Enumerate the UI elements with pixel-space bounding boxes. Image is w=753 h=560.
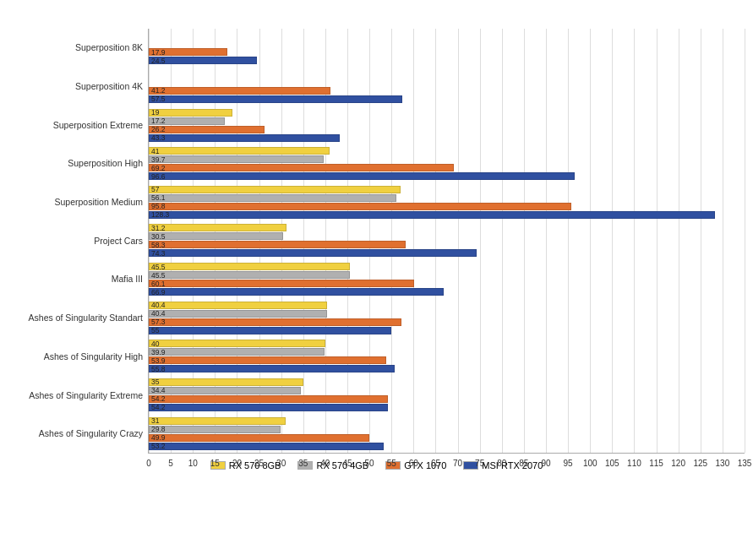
y-label: Ashes of Singularity Extreme: [8, 377, 143, 414]
bar-value-label: 95.8: [151, 202, 166, 210]
bar-row: 39.7: [149, 155, 745, 163]
bar-row: 96.6: [149, 172, 745, 180]
bar-row: [149, 31, 745, 39]
bar-value-label: 54.2: [151, 394, 166, 403]
bar-value-label: 53.9: [151, 356, 166, 365]
bar: 17.2: [149, 117, 225, 125]
bar-value-label: 24.5: [151, 57, 166, 65]
bar-group: 3129.849.953.2: [149, 415, 745, 452]
bar: 56.1: [149, 194, 396, 202]
x-tick-label: 105: [605, 459, 619, 468]
chart-body: Superposition 8KSuperposition 4KSuperpos…: [8, 29, 745, 454]
bar-value-label: 41: [151, 147, 159, 155]
y-label: Superposition High: [8, 145, 143, 182]
bar-value-label: 40.4: [151, 301, 166, 309]
bar-row: 39.9: [149, 348, 745, 356]
bar-row: 58.3: [149, 241, 745, 248]
x-tick-label: 115: [649, 459, 663, 468]
legend-label: MSI RTX 2070: [482, 460, 543, 470]
legend-item: RX 570 4GB: [297, 460, 368, 470]
bar-row: 74.3: [149, 249, 745, 257]
bar: 53.9: [149, 356, 386, 364]
bar-group: 3534.454.254.2: [149, 376, 745, 413]
bar-value-label: 39.9: [151, 348, 166, 356]
bar-value-label: 53.2: [151, 442, 166, 450]
bar: 40.4: [149, 302, 327, 309]
bar-value-label: 128.3: [151, 210, 169, 219]
bar: 40.4: [149, 310, 327, 318]
y-label: Superposition 8K: [8, 30, 143, 67]
bar-value-label: 34.4: [151, 386, 166, 394]
bar: 57: [149, 186, 401, 193]
bar-row: 40.4: [149, 310, 745, 318]
bar-row: 95.8: [149, 203, 745, 210]
bar-value-label: 30.5: [151, 232, 166, 241]
bar-value-label: 31.2: [151, 224, 166, 232]
bar-row: [149, 79, 745, 86]
bar: 96.6: [149, 172, 575, 180]
bar-row: [149, 40, 745, 47]
bar-row: 53.2: [149, 443, 745, 450]
x-tick-label: 85: [519, 459, 528, 468]
bar: 24.5: [149, 57, 257, 64]
bar-groups: 17.924.541.257.51917.226.243.34139.769.2…: [149, 29, 745, 453]
bar-row: 17.2: [149, 117, 745, 125]
bar-value-label: 31: [151, 416, 159, 425]
x-tick-label: 0: [146, 459, 151, 468]
bar-value-label: 56.1: [151, 193, 166, 202]
bar-row: 31: [149, 417, 745, 425]
bar: 17.9: [149, 48, 227, 56]
bar-value-label: 35: [151, 378, 159, 386]
bar-row: 56.1: [149, 194, 745, 202]
y-label: Ashes of Singularity Standart: [8, 300, 143, 337]
x-tick-label: 75: [475, 459, 484, 468]
bar: 45.5: [149, 263, 350, 270]
x-tick-label: 10: [188, 459, 198, 468]
bar: 34.4: [149, 387, 301, 394]
bar: 35: [149, 378, 303, 386]
bar-row: 19: [149, 109, 745, 117]
bar-row: 69.2: [149, 164, 745, 171]
x-tick-label: 95: [564, 459, 573, 468]
bar-row: 54.2: [149, 395, 745, 403]
y-label: Project Cars: [8, 222, 143, 259]
x-tick-label: 50: [365, 459, 374, 468]
bar: 55.8: [149, 365, 395, 372]
bar-row: 60.1: [149, 280, 745, 287]
bar: 49.9: [149, 434, 369, 442]
bar: 58.3: [149, 241, 406, 248]
bar-value-label: 60.1: [151, 280, 166, 288]
bar-row: 57.3: [149, 318, 745, 326]
bar-row: 43.3: [149, 134, 745, 142]
x-tick-label: 90: [541, 459, 550, 468]
x-tick-label: 65: [431, 459, 440, 468]
bar-value-label: 57.3: [151, 318, 166, 326]
bar-group: 40.440.457.355: [149, 299, 745, 336]
bar-group: 45.545.560.166.9: [149, 261, 745, 298]
bar: 57.3: [149, 318, 401, 326]
bar: 54.2: [149, 395, 388, 403]
x-tick-label: 20: [232, 459, 242, 468]
bar-group: 41.257.5: [149, 68, 745, 105]
bar: 43.3: [149, 134, 340, 142]
x-tick-label: 35: [298, 459, 308, 468]
legend-item: RX 570 8GB: [210, 460, 281, 470]
bar-row: 55.8: [149, 365, 745, 372]
bar-group: 31.230.558.374.3: [149, 222, 745, 259]
bar-value-label: 57.5: [151, 95, 166, 103]
bar-row: [149, 70, 745, 78]
bar-row: 41: [149, 147, 745, 155]
x-tick-label: 45: [342, 459, 352, 468]
bar-group: 4139.769.296.6: [149, 145, 745, 182]
bar: 69.2: [149, 164, 454, 171]
bar-group: 5756.195.8128.3: [149, 183, 745, 220]
bar: 31: [149, 417, 286, 425]
x-tick-label: 30: [276, 459, 286, 468]
bar-value-label: 66.9: [151, 288, 166, 296]
bar-value-label: 49.9: [151, 433, 166, 442]
bar-value-label: 40: [151, 340, 159, 348]
bar: 39.9: [149, 348, 325, 356]
bar-value-label: 57: [151, 185, 159, 193]
bar-row: 30.5: [149, 232, 745, 240]
x-tick-label: 130: [716, 459, 730, 468]
